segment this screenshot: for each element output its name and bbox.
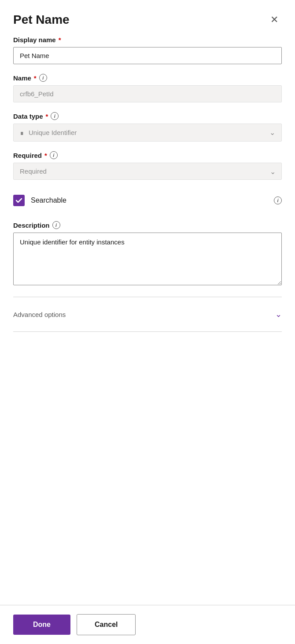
name-info-icon[interactable]: i [39,74,47,82]
required-info-icon[interactable]: i [50,151,58,159]
close-button[interactable]: ✕ [267,12,282,27]
required-required: * [44,152,47,159]
name-input [13,85,282,102]
data-type-chevron-icon: ⌄ [269,128,275,137]
required-select[interactable]: Required Optional [13,163,282,180]
description-group: Description i Unique identifier for enti… [13,221,282,287]
searchable-row: Searchable i [13,189,282,211]
data-type-field-icon: ∎ [20,129,24,137]
display-name-required: * [59,36,61,44]
name-required: * [34,74,37,82]
searchable-left: Searchable [13,195,66,206]
name-group: Name * i [13,74,282,102]
description-label: Description i [13,221,282,229]
advanced-options-row[interactable]: Advanced options ⌄ [13,302,282,327]
data-type-group: Data type * i ∎ Unique Identifier ⌄ [13,112,282,142]
panel: Pet Name ✕ Display name * Name * i [0,0,295,644]
display-name-group: Display name * [13,36,282,64]
cancel-button[interactable]: Cancel [77,614,136,635]
panel-footer: Done Cancel [0,605,295,644]
close-icon: ✕ [270,14,278,25]
display-name-label: Display name * [13,36,282,44]
searchable-label: Searchable [31,196,66,204]
display-name-input[interactable] [13,47,282,64]
panel-header: Pet Name ✕ [0,0,295,36]
description-info-icon[interactable]: i [52,221,60,229]
searchable-checkbox[interactable] [13,195,25,206]
panel-body: Display name * Name * i Data type * i ∎ [0,36,295,605]
done-button[interactable]: Done [13,615,70,635]
advanced-options-chevron-icon: ⌄ [275,309,282,319]
data-type-info-icon[interactable]: i [51,112,59,120]
divider-top [13,297,282,297]
data-type-value: Unique Identifier [29,129,265,136]
name-label: Name * i [13,74,282,82]
advanced-options-label: Advanced options [13,311,66,318]
searchable-info-icon[interactable]: i [274,196,282,204]
data-type-select[interactable]: ∎ Unique Identifier ⌄ [13,124,282,142]
required-select-wrapper: Required Optional ⌄ [13,163,282,180]
panel-title: Pet Name [13,13,70,27]
description-textarea[interactable]: Unique identifier for entity instances [13,233,282,285]
data-type-required: * [46,113,48,120]
required-group: Required * i Required Optional ⌄ [13,151,282,180]
required-label: Required * i [13,151,282,159]
searchable-group: Searchable i [13,189,282,211]
checkmark-icon [15,197,22,204]
divider-bottom [13,331,282,332]
data-type-label: Data type * i [13,112,282,120]
